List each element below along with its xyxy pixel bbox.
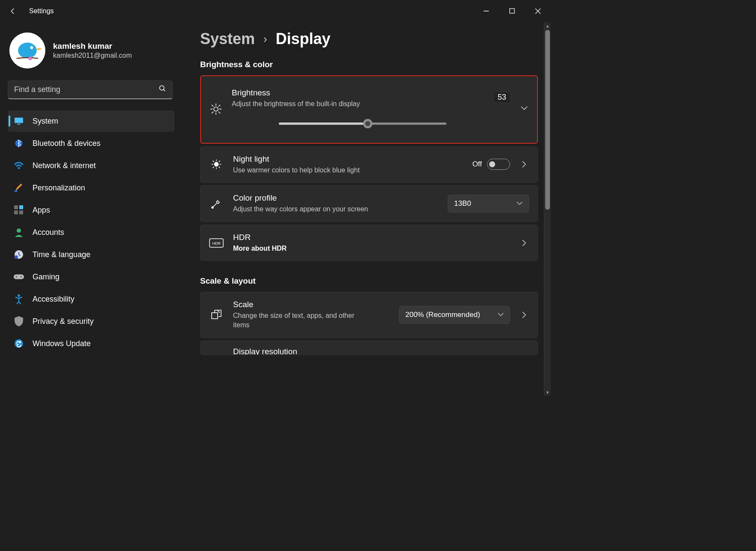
sidebar-item-personalization[interactable]: Personalization (8, 177, 174, 198)
scale-select[interactable]: 200% (Recommended) (399, 306, 510, 324)
paintbrush-icon (14, 183, 24, 193)
chevron-right-icon: › (263, 33, 267, 46)
sidebar-item-update[interactable]: Windows Update (8, 333, 174, 354)
chevron-down-icon (517, 201, 523, 205)
night-light-toggle[interactable] (487, 159, 510, 170)
svg-point-23 (15, 339, 23, 348)
nav-label: Gaming (32, 273, 59, 281)
svg-rect-14 (14, 210, 18, 214)
scrollbar[interactable]: ▲ ▼ (544, 22, 551, 396)
night-light-icon (209, 158, 224, 170)
svg-line-41 (213, 167, 214, 168)
brightness-card[interactable]: Brightness Adjust the brightness of the … (200, 75, 538, 144)
scale-value: 200% (Recommended) (405, 311, 480, 319)
breadcrumb: System › Display (200, 30, 551, 48)
chevron-right-icon[interactable] (520, 311, 529, 318)
sidebar-item-privacy[interactable]: Privacy & security (8, 311, 174, 332)
scroll-down-icon[interactable]: ▼ (544, 389, 551, 396)
scale-card[interactable]: Scale Change the size of text, apps, and… (200, 292, 538, 338)
titlebar: Settings (0, 0, 551, 22)
sidebar-item-accessibility[interactable]: Accessibility (8, 288, 174, 310)
svg-point-16 (17, 228, 21, 233)
accessibility-icon (14, 294, 24, 304)
scale-icon (209, 309, 224, 321)
svg-point-22 (18, 294, 20, 297)
svg-line-30 (219, 112, 220, 113)
nav-label: Privacy & security (32, 317, 94, 326)
svg-line-29 (212, 105, 213, 107)
clock-icon (14, 249, 24, 260)
bluetooth-icon (14, 138, 24, 148)
svg-rect-11 (15, 190, 17, 192)
chevron-right-icon[interactable] (520, 161, 529, 168)
scrollbar-thumb[interactable] (545, 30, 550, 210)
nav-label: Personalization (32, 184, 85, 193)
nav-label: Accessibility (32, 295, 74, 304)
display-icon (14, 116, 24, 126)
nav-label: Bluetooth & devices (32, 139, 100, 148)
sidebar-item-bluetooth[interactable]: Bluetooth & devices (8, 133, 174, 154)
eyedropper-icon (209, 198, 224, 209)
sidebar-item-gaming[interactable]: Gaming (8, 266, 174, 287)
svg-line-39 (219, 167, 220, 168)
chevron-down-icon (498, 313, 504, 317)
svg-rect-45 (212, 313, 218, 319)
color-profile-subtitle: Adjust the way colors appear on your scr… (233, 204, 438, 214)
svg-point-20 (16, 276, 18, 278)
search-input[interactable] (14, 85, 159, 94)
main-content: System › Display Brightness & color Brig… (180, 22, 551, 396)
sidebar-item-time[interactable]: Time & language (8, 244, 174, 265)
chevron-down-icon[interactable] (520, 106, 529, 110)
svg-point-10 (18, 167, 20, 169)
back-button[interactable] (9, 7, 17, 15)
chevron-right-icon[interactable] (520, 240, 529, 246)
section-scale-layout: Scale & layout (200, 276, 551, 286)
brightness-value-badge: 53 (493, 92, 511, 103)
sidebar-item-network[interactable]: Network & internet (8, 155, 174, 176)
hdr-subtitle[interactable]: More about HDR (233, 244, 510, 253)
avatar (9, 33, 45, 68)
sidebar-item-system[interactable]: System (8, 110, 174, 132)
night-light-subtitle: Use warmer colors to help block blue lig… (233, 166, 463, 175)
close-button[interactable] (525, 2, 551, 21)
display-resolution-title: Display resolution (233, 347, 529, 355)
user-block[interactable]: kamlesh kumar kamlesh2011@gmail.com (9, 33, 174, 68)
svg-point-3 (18, 43, 37, 59)
section-brightness-color: Brightness & color (200, 60, 551, 69)
svg-line-32 (212, 112, 213, 113)
user-email: kamlesh2011@gmail.com (53, 52, 132, 59)
svg-point-33 (214, 163, 218, 166)
svg-point-18 (15, 255, 18, 259)
sidebar-item-apps[interactable]: Apps (8, 199, 174, 221)
night-light-card[interactable]: Night light Use warmer colors to help bl… (200, 146, 538, 183)
nav-label: Network & internet (32, 161, 96, 170)
svg-line-38 (213, 161, 214, 162)
svg-rect-12 (14, 205, 18, 209)
maximize-button[interactable] (499, 2, 525, 21)
color-profile-card[interactable]: Color profile Adjust the way colors appe… (200, 185, 538, 222)
svg-rect-1 (510, 9, 514, 13)
svg-rect-0 (484, 11, 489, 12)
minimize-button[interactable] (474, 2, 499, 21)
sidebar-item-accounts[interactable]: Accounts (8, 222, 174, 243)
nav-label: Accounts (32, 228, 64, 237)
svg-rect-8 (17, 124, 20, 124)
scroll-up-icon[interactable]: ▲ (544, 22, 551, 29)
brightness-slider[interactable] (279, 119, 446, 128)
search-box[interactable] (8, 80, 173, 99)
night-light-state: Off (472, 160, 482, 169)
nav-label: Apps (32, 206, 50, 215)
color-profile-value: 13B0 (454, 199, 471, 208)
hdr-card[interactable]: HDR HDR More about HDR (200, 225, 538, 261)
apps-icon (14, 205, 24, 215)
svg-rect-7 (15, 118, 23, 123)
app-title: Settings (29, 7, 54, 15)
svg-line-31 (219, 105, 220, 107)
breadcrumb-parent[interactable]: System (200, 30, 255, 48)
update-icon (14, 338, 24, 349)
svg-point-6 (159, 86, 164, 90)
display-resolution-card[interactable]: Display resolution (200, 341, 538, 355)
color-profile-select[interactable]: 13B0 (448, 195, 529, 213)
night-light-title: Night light (233, 154, 463, 164)
gamepad-icon (14, 272, 24, 282)
